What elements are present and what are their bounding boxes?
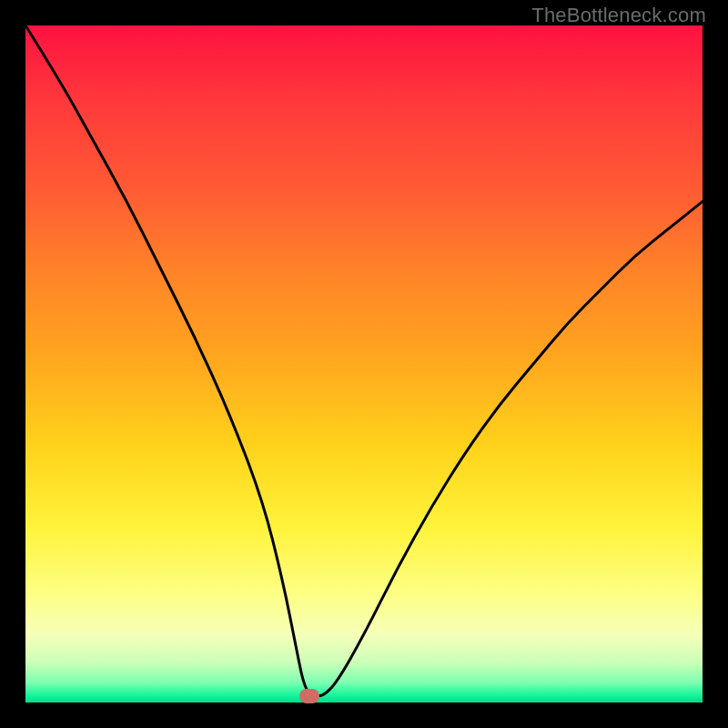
chart-frame: TheBottleneck.com <box>0 0 728 728</box>
plot-area <box>25 25 703 703</box>
bottleneck-curve <box>25 25 703 703</box>
optimal-marker <box>299 689 319 703</box>
attribution-text: TheBottleneck.com <box>531 4 706 27</box>
